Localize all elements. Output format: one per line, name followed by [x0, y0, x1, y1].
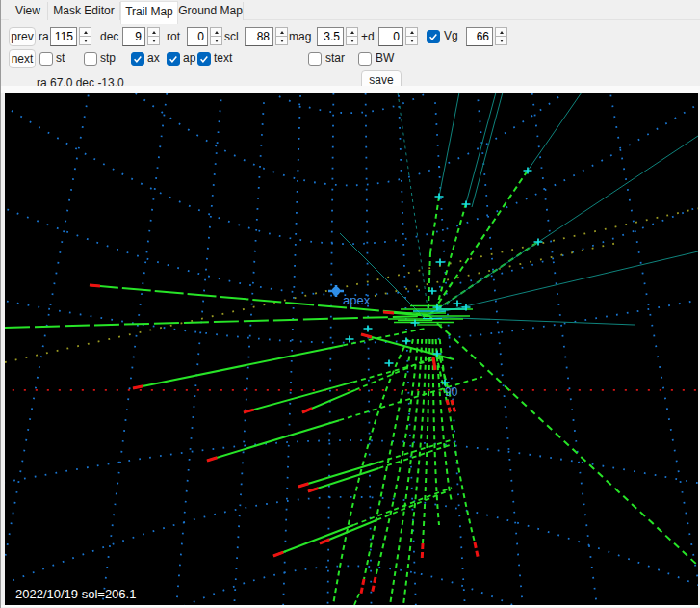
- svg-text:2022/10/19 sol=206.1: 2022/10/19 sol=206.1: [15, 587, 136, 601]
- svg-text:90: 90: [445, 385, 458, 399]
- svg-text:apex: apex: [343, 293, 371, 307]
